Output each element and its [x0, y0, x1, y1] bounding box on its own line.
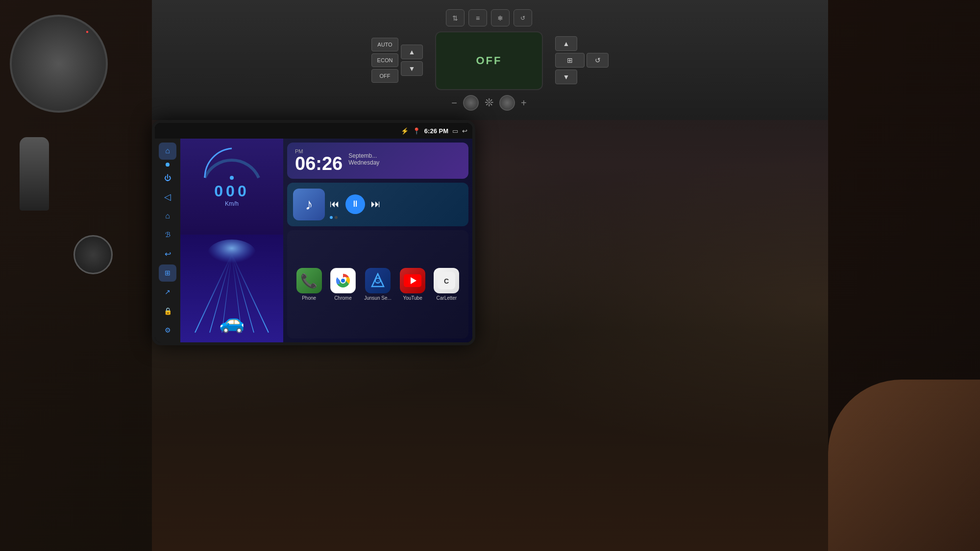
play-pause-button[interactable]: ⏸	[345, 194, 365, 214]
music-controls-area: ⏮ ⏸ ⏭	[330, 191, 463, 219]
gps-status-icon: 📍	[413, 127, 420, 135]
progress-dot-2	[335, 216, 338, 219]
phone-app[interactable]: 📞 Phone	[296, 268, 322, 301]
sidebar-settings-icon[interactable]: ⚙	[159, 321, 176, 338]
speed-number: 000	[200, 182, 264, 200]
econ-button[interactable]: ECON	[371, 53, 398, 67]
headunit-screen: ⚡ 📍 6:26 PM ▭ ↩ ⌂ ⏻ ◁ ⌂ ℬ ↩ ⊞ ↗ 🔒 ⚙	[152, 120, 475, 345]
status-time: 6:26 PM	[424, 127, 448, 135]
speed-display: 000 Km/h	[200, 146, 264, 207]
right-up-button[interactable]: ▲	[555, 36, 577, 51]
chrome-icon	[330, 268, 356, 293]
prev-button[interactable]: ⏮	[330, 198, 340, 210]
car-animation: 🚗	[219, 310, 245, 334]
music-app-icon: ♪	[293, 189, 325, 220]
app-launcher: 📞 Phone	[287, 230, 468, 338]
speed-unit: Km/h	[200, 200, 264, 207]
sidebar-share-icon[interactable]: ↗	[159, 284, 176, 301]
sidebar-bluetooth-icon[interactable]: ℬ	[159, 226, 176, 243]
chrome-app[interactable]: Chrome	[330, 268, 356, 301]
ignition-area	[74, 235, 113, 274]
right-down-button[interactable]: ▼	[555, 70, 577, 84]
left-climate-buttons: AUTO ECON OFF ▲ ▼	[371, 38, 423, 83]
carletter-app[interactable]: C CarLetter	[434, 268, 459, 301]
music-widget[interactable]: ♪ ⏮ ⏸ ⏭	[287, 183, 468, 226]
sidebar-home2-icon[interactable]: ⌂	[159, 207, 176, 224]
carletter-label: CarLetter	[437, 295, 457, 301]
back-status-icon[interactable]: ↩	[462, 127, 467, 135]
svg-point-12	[341, 279, 345, 283]
climate-center: ⇅ ≡ ❄ ↺ OFF − ❊ +	[435, 9, 543, 111]
tunnel-animation: 🚗	[180, 235, 283, 342]
next-button[interactable]: ⏭	[371, 198, 381, 210]
fan-minus-button[interactable]: −	[451, 97, 457, 109]
status-bar: ⚡ 📍 6:26 PM ▭ ↩	[155, 123, 472, 139]
clock-month: Septemb...	[348, 152, 379, 159]
svg-text:C: C	[444, 277, 449, 285]
right-icon-button[interactable]: ⊞	[555, 53, 585, 68]
auto-button[interactable]: AUTO	[371, 38, 398, 51]
fan-dial[interactable]	[463, 95, 479, 111]
music-progress	[330, 216, 463, 219]
main-content: 000 Km/h	[180, 139, 472, 342]
left-dash-area: ●	[0, 0, 152, 551]
fan-icon: ❊	[485, 96, 493, 109]
bluetooth-status-icon: ⚡	[401, 127, 409, 135]
ac-button[interactable]: ❄	[491, 9, 510, 26]
svg-point-0	[230, 176, 234, 180]
youtube-icon	[400, 268, 425, 293]
right-dash-area	[828, 0, 980, 551]
phone-icon: 📞	[296, 268, 322, 293]
sidebar-nav-icon[interactable]: ◁	[159, 188, 176, 205]
sidebar-apps-icon[interactable]: ⊞	[159, 264, 176, 282]
drive-panel: 000 Km/h	[180, 139, 283, 342]
clock-widget: PM 06:26 Septemb... Wednesday	[287, 143, 468, 179]
carletter-icon: C	[434, 268, 459, 293]
clock-time: 06:26	[295, 154, 343, 173]
svg-text:J: J	[377, 279, 379, 284]
off-button[interactable]: OFF	[371, 69, 398, 83]
clock-day: Wednesday	[348, 159, 379, 166]
sidebar-dot-icon	[166, 163, 170, 167]
junsun-label: Junsun Se...	[364, 295, 392, 301]
screen-status-icon: ▭	[452, 127, 458, 135]
right-btn-1[interactable]: ↺	[587, 53, 609, 68]
fan-dial-2[interactable]	[499, 95, 515, 111]
sidebar-lock-icon[interactable]: 🔒	[159, 302, 176, 319]
defrost-rear-button[interactable]: ⇅	[446, 9, 465, 26]
chrome-label: Chrome	[334, 295, 352, 301]
speedometer-gauge: ●	[10, 15, 108, 113]
sidebar: ⌂ ⏻ ◁ ⌂ ℬ ↩ ⊞ ↗ 🔒 ⚙	[155, 139, 180, 342]
sidebar-back-icon[interactable]: ↩	[159, 245, 176, 263]
right-climate-buttons: ▲ ⊞ ▼ ↺	[555, 36, 609, 84]
recirculate-button[interactable]: ↺	[514, 9, 532, 26]
junsun-icon: J	[365, 268, 391, 293]
fan-plus-button[interactable]: +	[521, 97, 527, 109]
down-arrow-button[interactable]: ▼	[401, 61, 423, 76]
youtube-label: YouTube	[403, 295, 422, 301]
climate-display: OFF	[435, 31, 543, 90]
sidebar-home-icon[interactable]: ⌂	[159, 143, 176, 160]
up-arrow-button[interactable]: ▲	[401, 45, 423, 59]
phone-label: Phone	[302, 295, 316, 301]
music-playback-controls[interactable]: ⏮ ⏸ ⏭	[330, 194, 463, 214]
junsun-app[interactable]: J Junsun Se...	[364, 268, 392, 301]
person-area	[828, 380, 980, 551]
progress-dot-1	[330, 216, 333, 219]
climate-controls: AUTO ECON OFF ▲ ▼ ⇅ ≡ ❄ ↺ OFF − ❊ +	[152, 0, 828, 120]
sidebar-power-icon[interactable]: ⏻	[159, 169, 176, 187]
youtube-app[interactable]: YouTube	[400, 268, 425, 301]
defrost-front-button[interactable]: ≡	[468, 9, 487, 26]
info-panel: PM 06:26 Septemb... Wednesday ♪ ⏮	[283, 139, 472, 342]
gearshift	[20, 137, 49, 211]
